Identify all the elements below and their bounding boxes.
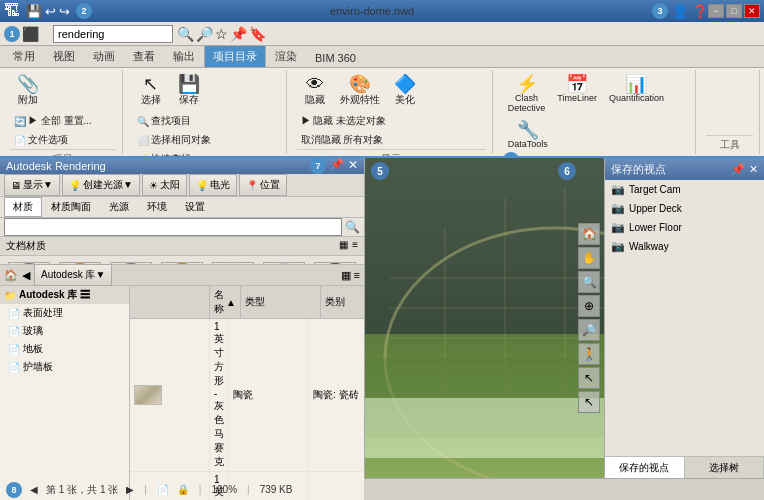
select-similar-button[interactable]: ⬜ 选择相同对象 [133,131,215,149]
select-button[interactable]: ↖ 选择 [133,72,169,110]
save-select-button[interactable]: 💾 保存 [171,72,207,110]
search-option-1[interactable]: 🔎 [196,26,213,42]
sv-item-lower-floor[interactable]: 📷 Lower Floor [605,218,764,237]
user-icon[interactable]: 👤 [672,4,688,19]
sv-label-walkway: Walkway [629,241,669,252]
material-search-input[interactable] [4,218,342,236]
tab-bim360[interactable]: BIM 360 [306,48,365,67]
unhide-all-button[interactable]: 取消隐藏 所有对象 [297,131,391,149]
sky-button[interactable]: 💡 电光 [189,174,237,196]
refresh-all-button[interactable]: 🔄 ▶ 全部 重置... [10,112,96,130]
qa-icon-3[interactable]: ↪ [59,4,70,19]
sv-controls: 📌 ✕ [731,163,758,176]
find-items-button[interactable]: 🔍 查找项目 [133,112,215,130]
search-icon[interactable]: 🔍 [177,26,194,42]
appearance-button[interactable]: 🎨 外观特性 [335,72,385,110]
search-option-4[interactable]: 🔖 [249,26,266,42]
quick-find-button[interactable]: ⚡ 快速查找 [133,150,215,158]
maximize-button[interactable]: □ [726,4,742,18]
panel-close-button[interactable]: ✕ [348,158,358,174]
list-view-icon[interactable]: ≡ [352,239,358,250]
sun-button[interactable]: ☀ 太阳 [142,174,187,196]
hide-unselected-button[interactable]: ▶ 隐藏 未选定对象 [297,112,391,130]
sv-title-label: 保存的视点 [611,162,666,177]
sv-close-icon[interactable]: ✕ [749,163,758,176]
surface-label: 表面处理 [23,306,63,320]
hide-icon: 👁 [306,75,324,93]
panel-pin-icon[interactable]: 📌 [330,158,344,174]
tab-review[interactable]: 查看 [124,45,164,67]
nav-prev[interactable]: ◀ [22,269,30,282]
status-nav-prev[interactable]: ◀ [30,484,38,495]
display-mode-button[interactable]: 🖥 显示▼ [4,174,60,196]
create-light-button[interactable]: 💡 创建光源▼ [62,174,140,196]
search-input[interactable] [53,25,173,43]
tab-material[interactable]: 材质 [4,197,42,217]
sv-item-upper-deck[interactable]: 📷 Upper Deck [605,199,764,218]
datatools-button[interactable]: 🔧 DataTools [503,118,553,152]
nav-zoom-out[interactable]: 🔎 [578,319,600,341]
timeliner-label: TimeLiner [557,93,597,103]
quick-access-icons: 💾 ↩ ↪ [26,4,70,19]
tools-group-label: 工具 [706,135,753,152]
location-icon: 📍 [246,180,258,191]
sv-pin-icon[interactable]: 📌 [731,163,745,176]
col-type[interactable]: 类型 [241,286,321,318]
library-dropdown-button[interactable]: Autodesk 库▼ [34,264,112,286]
sv-bottom-tabs: 保存的视点 选择树 [605,456,764,478]
quantification-button[interactable]: 📊 Quantification [604,72,669,106]
help-icon[interactable]: ❓ [692,4,708,19]
minimize-button[interactable]: − [708,4,724,18]
lib-grid-icon[interactable]: ▦ [341,269,351,282]
attach-button[interactable]: 📎 附加 [10,72,46,110]
sun-label: 太阳 [160,178,180,192]
tab-home[interactable]: 常用 [4,45,44,67]
col-name[interactable]: 名称 ▲ [210,286,241,318]
sv-item-target-cam[interactable]: 📷 Target Cam [605,180,764,199]
search-option-2[interactable]: ☆ [215,26,228,42]
lib-list-icon[interactable]: ≡ [354,269,360,282]
search-option-3[interactable]: 📌 [230,26,247,42]
tab-animation[interactable]: 动画 [84,45,124,67]
viewport[interactable]: 5 6 🏠 ✋ 🔍 ⊕ 🔎 🚶 ↖ ↖ [365,158,604,478]
tab-settings[interactable]: 设置 [176,197,214,217]
timeliner-button[interactable]: 📅 TimeLiner [552,72,602,106]
file-options-button[interactable]: 📄 文件选项 [10,131,96,149]
tree-item-protect[interactable]: 📄 护墙板 [0,358,129,376]
nav-home[interactable]: 🏠 [578,223,600,245]
table-row-1[interactable]: 1 英寸方形 - 灰色马赛克 陶瓷 陶瓷: 瓷砖 [130,319,364,472]
sv-tab-saved[interactable]: 保存的视点 [605,457,685,478]
close-button[interactable]: ✕ [744,4,760,18]
nav-select-mode[interactable]: ↖ [578,391,600,413]
status-nav-next[interactable]: ▶ [126,484,134,495]
sv-item-walkway[interactable]: 📷 Walkway [605,237,764,256]
nav-zoom-extent[interactable]: ⊕ [578,295,600,317]
tab-render[interactable]: 渲染 [266,45,306,67]
grid-view-icon[interactable]: ▦ [339,239,348,250]
nav-orbit[interactable]: ✋ [578,247,600,269]
page-info-label: 第 1 张，共 1 张 [46,484,118,495]
tab-light[interactable]: 光源 [100,197,138,217]
tab-texture[interactable]: 材质陶面 [42,197,100,217]
qa-icon-1[interactable]: 💾 [26,4,42,19]
tab-output[interactable]: 输出 [164,45,204,67]
location-button[interactable]: 📍 位置 [239,174,287,196]
tree-item-glass[interactable]: 📄 玻璃 [0,322,129,340]
nav-fly[interactable]: ↖ [578,367,600,389]
tree-item-autodesk-lib[interactable]: 📁 Autodesk 库 ☰ [0,286,129,304]
tab-view[interactable]: 视图 [44,45,84,67]
qa-icon-2[interactable]: ↩ [45,4,56,19]
right-area: 5 6 🏠 ✋ 🔍 ⊕ 🔎 🚶 ↖ ↖ [365,158,604,478]
focus-button[interactable]: 🔷 美化 [387,72,423,110]
tab-env[interactable]: 环境 [138,197,176,217]
nav-zoom-in[interactable]: 🔍 [578,271,600,293]
col-category[interactable]: 类别 [321,286,364,318]
nav-walk[interactable]: 🚶 [578,343,600,365]
sv-tab-select[interactable]: 选择树 [685,457,765,478]
clash-button[interactable]: ⚡ ClashDetective [503,72,551,116]
tab-project[interactable]: 项目目录 [204,45,266,67]
tree-item-floor[interactable]: 📄 地板 [0,340,129,358]
tree-item-surface[interactable]: 📄 表面处理 [0,304,129,322]
sky-label: 电光 [210,178,230,192]
hide-button[interactable]: 👁 隐藏 [297,72,333,110]
